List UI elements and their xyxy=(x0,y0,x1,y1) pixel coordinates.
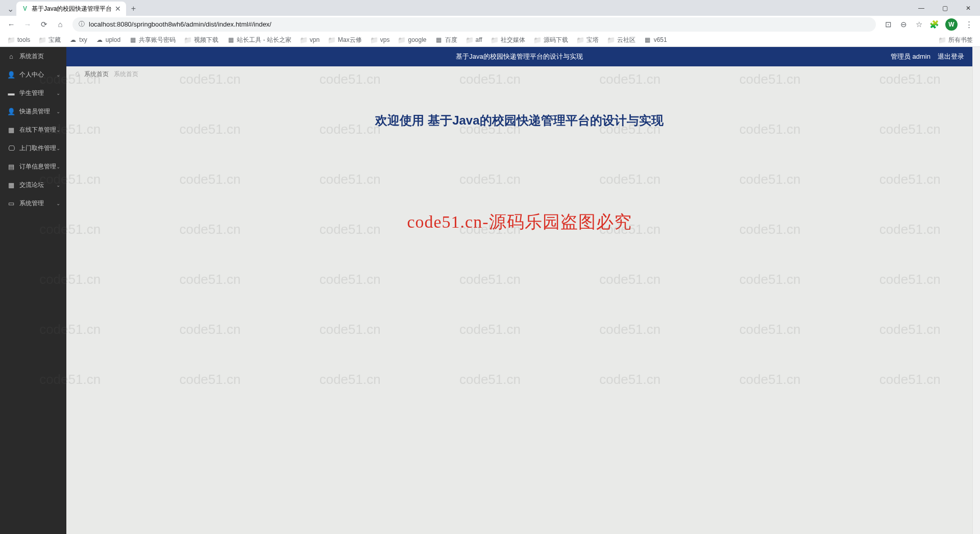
close-tab-icon[interactable]: ✕ xyxy=(115,5,121,13)
bookmark-label: 社交媒体 xyxy=(501,36,525,44)
browser-toolbar: ← → ⟳ ⌂ ⓘ localhost:8080/springbooth8wh6… xyxy=(0,16,980,33)
all-bookmarks-button[interactable]: 所有书签 xyxy=(935,35,976,45)
folder-icon xyxy=(576,36,584,44)
bookmark-item[interactable]: google xyxy=(395,35,429,45)
bookmark-item[interactable]: ▦站长工具 - 站长之家 xyxy=(224,35,295,45)
sidebar-item-7[interactable]: ▦交流论坛⌄ xyxy=(0,176,66,194)
folder-icon xyxy=(38,36,46,44)
tab-strip: ⌄ V 基于Java的校园快递管理平台 ✕ + — ▢ ✕ xyxy=(0,0,980,16)
logout-button[interactable]: 退出登录 xyxy=(938,52,964,61)
reload-button[interactable]: ⟳ xyxy=(37,17,51,32)
folder-icon xyxy=(7,36,15,44)
breadcrumb-item-1: 系统首页 xyxy=(114,70,138,79)
cloud-icon: ☁ xyxy=(95,36,104,44)
bookmark-label: 宝藏 xyxy=(48,36,61,44)
sidebar-item-6[interactable]: ▤订单信息管理⌄ xyxy=(0,157,66,176)
bookmark-star-icon[interactable]: ☆ xyxy=(912,17,926,32)
gtranslate-icon[interactable]: ⊡ xyxy=(881,17,895,32)
bookmark-label: 站长工具 - 站长之家 xyxy=(237,36,291,44)
breadcrumb: ⎙ 系统首页 系统首页 xyxy=(66,66,972,82)
cloud-icon: ☁ xyxy=(69,36,77,44)
minimize-button[interactable]: — xyxy=(910,0,933,16)
bookmark-item[interactable]: 视频下载 xyxy=(181,35,222,45)
sidebar-item-2[interactable]: ▬学生管理⌄ xyxy=(0,84,66,102)
chevron-down-icon: ⌄ xyxy=(56,145,60,151)
home-icon: ⌂ xyxy=(7,52,15,60)
zoom-icon[interactable]: ⊖ xyxy=(896,17,911,32)
folder-icon xyxy=(300,36,308,44)
browser-chrome: ⌄ V 基于Java的校园快递管理平台 ✕ + — ▢ ✕ ← → ⟳ ⌂ ⓘ … xyxy=(0,0,980,47)
bookmark-item[interactable]: ▦百度 xyxy=(432,35,460,45)
address-bar[interactable]: ⓘ localhost:8080/springbooth8wh6/admin/d… xyxy=(72,17,876,32)
bookmark-label: 共享账号密码 xyxy=(139,36,176,44)
folder-icon xyxy=(607,36,615,44)
bookmark-label: txy xyxy=(79,36,87,43)
page-icon: ▦ xyxy=(227,36,235,44)
page-icon: ▦ xyxy=(129,36,137,44)
forward-button[interactable]: → xyxy=(20,17,35,32)
app-header: 基于Java的校园快递管理平台的设计与实现 管理员 admin 退出登录 xyxy=(66,47,972,66)
bookmark-item[interactable]: aff xyxy=(462,35,485,45)
close-window-button[interactable]: ✕ xyxy=(957,0,980,16)
menu-icon[interactable]: ⋮ xyxy=(962,17,976,32)
window-controls: — ▢ ✕ xyxy=(910,0,980,16)
bookmark-item[interactable]: vpn xyxy=(297,35,323,45)
bookmark-label: 宝塔 xyxy=(586,36,599,44)
breadcrumb-item-0[interactable]: 系统首页 xyxy=(84,70,109,79)
tab-search-dropdown[interactable]: ⌄ xyxy=(4,2,16,16)
profile-avatar[interactable]: W xyxy=(945,18,958,31)
bookmark-label: 百度 xyxy=(445,36,457,44)
header-title: 基于Java的校园快递管理平台的设计与实现 xyxy=(456,52,582,61)
back-button[interactable]: ← xyxy=(4,17,18,32)
home-button[interactable]: ⌂ xyxy=(53,17,67,32)
grid-icon: ▦ xyxy=(7,126,15,134)
bookmark-label: 视频下载 xyxy=(194,36,218,44)
sidebar-item-1[interactable]: 👤个人中心⌄ xyxy=(0,65,66,84)
tab-title: 基于Java的校园快递管理平台 xyxy=(32,5,112,13)
sidebar-item-label: 上门取件管理 xyxy=(19,144,56,153)
bookmark-item[interactable]: 云社区 xyxy=(604,35,639,45)
courier-icon: 👤 xyxy=(7,107,15,115)
sidebar-item-0[interactable]: ⌂系统首页 xyxy=(0,47,66,65)
bookmark-item[interactable]: ▦共享账号密码 xyxy=(126,35,179,45)
bookmark-label: vps xyxy=(380,36,390,43)
sidebar-item-8[interactable]: ▭系统管理⌄ xyxy=(0,194,66,212)
folder-icon xyxy=(184,36,192,44)
browser-tab[interactable]: V 基于Java的校园快递管理平台 ✕ xyxy=(16,2,126,16)
sidebar-item-5[interactable]: 🖵上门取件管理⌄ xyxy=(0,139,66,157)
app-container: ⌂系统首页👤个人中心⌄▬学生管理⌄👤快递员管理⌄▦在线下单管理⌄🖵上门取件管理⌄… xyxy=(0,47,980,534)
scrollbar[interactable] xyxy=(972,47,980,534)
folder-icon xyxy=(533,36,542,44)
bookmark-label: 云社区 xyxy=(617,36,635,44)
sidebar-item-label: 个人中心 xyxy=(19,70,44,79)
site-info-icon[interactable]: ⓘ xyxy=(79,20,85,29)
sidebar-item-3[interactable]: 👤快递员管理⌄ xyxy=(0,102,66,120)
user-icon: 👤 xyxy=(7,70,15,79)
sidebar-item-label: 快递员管理 xyxy=(19,107,50,116)
chevron-down-icon: ⌄ xyxy=(56,201,60,206)
bookmark-item[interactable]: 宝塔 xyxy=(573,35,602,45)
welcome-heading: 欢迎使用 基于Java的校园快递管理平台的设计与实现 xyxy=(375,112,663,129)
bookmark-item[interactable]: 社交媒体 xyxy=(487,35,528,45)
chevron-down-icon: ⌄ xyxy=(56,164,60,169)
bookmark-label: aff xyxy=(476,36,482,43)
chart-icon: ▤ xyxy=(7,162,15,171)
bookmark-item[interactable]: vps xyxy=(367,35,393,45)
center-watermark-text: code51.cn-源码乐园盗图必究 xyxy=(407,210,631,234)
bookmark-item[interactable]: ☁txy xyxy=(66,35,90,45)
chevron-down-icon: ⌄ xyxy=(56,182,60,188)
bookmark-item[interactable]: ☁uplod xyxy=(92,35,124,45)
bookmark-item[interactable]: Max云修 xyxy=(325,35,365,45)
content-area: 欢迎使用 基于Java的校园快递管理平台的设计与实现 code51.cn-源码乐… xyxy=(66,82,972,534)
bookmark-item[interactable]: ▦v651 xyxy=(641,35,670,45)
bookmark-item[interactable]: 宝藏 xyxy=(35,35,64,45)
sidebar: ⌂系统首页👤个人中心⌄▬学生管理⌄👤快递员管理⌄▦在线下单管理⌄🖵上门取件管理⌄… xyxy=(0,47,66,534)
sidebar-item-4[interactable]: ▦在线下单管理⌄ xyxy=(0,120,66,139)
extensions-icon[interactable]: 🧩 xyxy=(927,17,941,32)
bookmark-item[interactable]: 源码下载 xyxy=(530,35,571,45)
admin-label[interactable]: 管理员 admin xyxy=(891,52,930,61)
maximize-button[interactable]: ▢ xyxy=(933,0,957,16)
new-tab-button[interactable]: + xyxy=(126,2,140,16)
bookmark-item[interactable]: tools xyxy=(4,35,33,45)
folder-icon xyxy=(465,36,474,44)
